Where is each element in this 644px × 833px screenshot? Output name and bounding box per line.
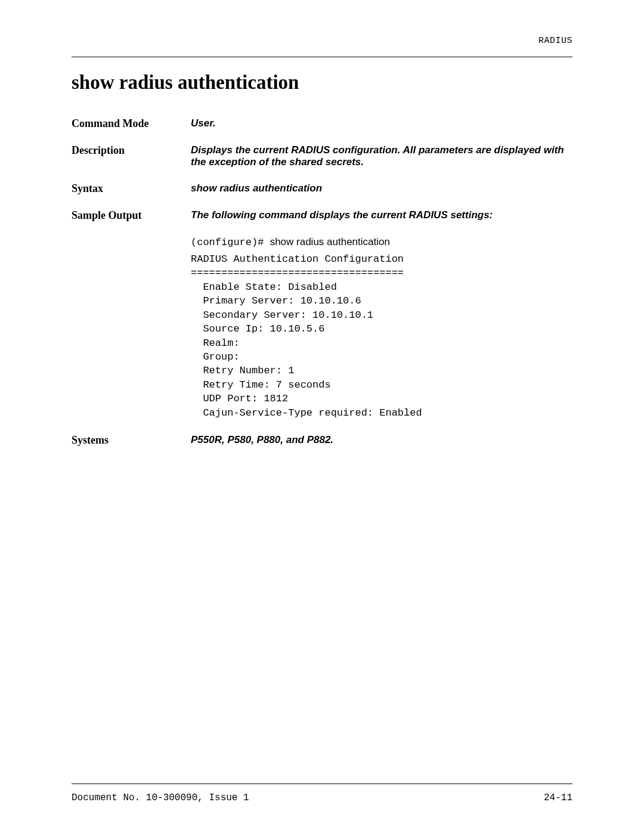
- row-syntax: Syntax show radius authentication: [72, 182, 572, 195]
- row-systems: Systems P550R, P580, P880, and P882.: [72, 434, 572, 447]
- value-systems: P550R, P580, P880, and P882.: [191, 434, 572, 446]
- header-divider: [72, 57, 572, 57]
- footer-page-number: 24-11: [544, 792, 572, 803]
- value-command-mode: User.: [191, 117, 572, 129]
- label-description: Description: [72, 144, 191, 157]
- sample-output-command-line: (configure)# show radius authentication: [191, 234, 572, 250]
- label-systems: Systems: [72, 434, 191, 447]
- page-title: show radius authentication: [72, 72, 572, 94]
- footer-document-number: Document No. 10-300090, Issue 1: [72, 792, 249, 803]
- sample-output-config-block: RADIUS Authentication Configuration ====…: [191, 252, 572, 420]
- value-sample-output: The following command displays the curre…: [191, 209, 572, 420]
- sample-output-intro: The following command displays the curre…: [191, 209, 572, 221]
- header-section-label: RADIUS: [72, 36, 572, 46]
- row-description: Description Displays the current RADIUS …: [72, 144, 572, 168]
- value-syntax: show radius authentication: [191, 182, 572, 194]
- label-syntax: Syntax: [72, 182, 191, 195]
- row-sample-output: Sample Output The following command disp…: [72, 209, 572, 420]
- sample-output-prompt: (configure)#: [191, 237, 270, 248]
- sample-output-command: show radius authentication: [270, 236, 390, 247]
- label-command-mode: Command Mode: [72, 117, 191, 130]
- value-description: Displays the current RADIUS configuratio…: [191, 144, 572, 168]
- row-command-mode: Command Mode User.: [72, 117, 572, 130]
- footer-divider: [72, 784, 572, 784]
- page-footer: Document No. 10-300090, Issue 1 24-11: [72, 784, 572, 803]
- label-sample-output: Sample Output: [72, 209, 191, 222]
